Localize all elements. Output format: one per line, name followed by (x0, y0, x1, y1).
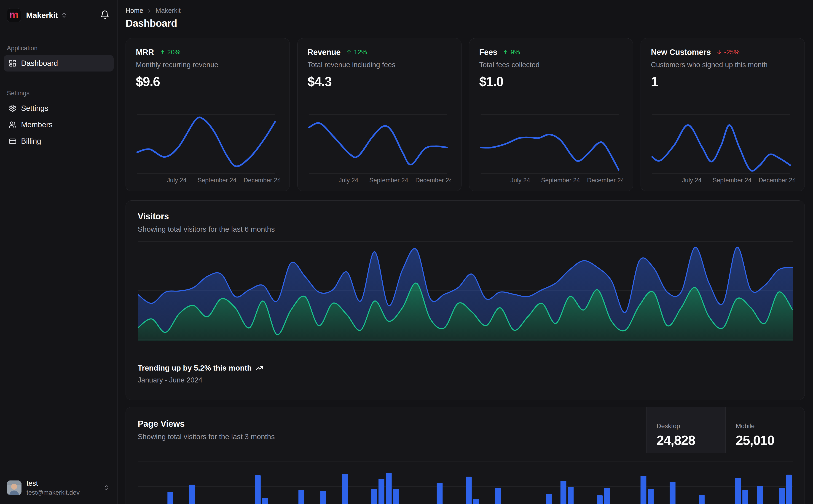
stat-description: Total revenue including fees (308, 61, 451, 69)
sidebar-item-settings[interactable]: Settings (4, 100, 114, 117)
notifications-bell-button[interactable] (100, 10, 109, 20)
sparkline-chart-revenue[interactable]: July 24September 24December 24 (308, 113, 451, 185)
svg-text:December 24: December 24 (244, 177, 280, 184)
gear-icon (9, 104, 16, 112)
user-name: test (27, 479, 103, 488)
sparkline-chart-new-customers[interactable]: July 24September 24December 24 (651, 113, 794, 185)
visitors-description: Showing total visitors for the last 6 mo… (138, 225, 793, 233)
arrow-up-icon (346, 49, 352, 55)
visitors-period: January - June 2024 (138, 376, 793, 384)
chevrons-up-down-icon (103, 485, 109, 491)
stat-description: Monthly recurring revenue (136, 61, 280, 69)
svg-text:December 24: December 24 (759, 177, 794, 184)
arrow-up-icon (159, 49, 165, 55)
main-content: Home Makerkit Dashboard MRR 20% Monthly … (117, 0, 813, 504)
nav-settings: Settings Members Billing (4, 100, 114, 149)
stat-title: Revenue (308, 48, 341, 57)
stat-cards-row: MRR 20% Monthly recurring revenue $9.6 J… (125, 38, 805, 191)
page-views-bar-chart[interactable] (126, 453, 805, 504)
breadcrumb-current: Makerkit (155, 7, 181, 14)
trending-up-icon (256, 364, 263, 372)
user-menu[interactable]: test test@makerkit.dev (0, 473, 117, 504)
stat-value: 1 (651, 74, 794, 89)
stat-change-badge: -25% (716, 48, 740, 56)
desktop-stat-toggle[interactable]: Desktop 24,828 (646, 407, 725, 453)
stat-title: New Customers (651, 48, 711, 57)
stat-change-badge: 12% (346, 48, 367, 56)
chevron-right-icon (146, 8, 152, 14)
arrow-up-icon (503, 49, 509, 55)
svg-text:July 24: July 24 (510, 177, 530, 184)
page-views-stats: Desktop 24,828 Mobile 25,010 (646, 407, 805, 453)
nav-section-label-application: Application (7, 45, 110, 52)
stat-description: Customers who signed up this month (651, 61, 794, 69)
sidebar: m Makerkit Application Dashboard Setting… (0, 0, 117, 504)
stat-description: Total fees collected (479, 61, 623, 69)
nav-section-label-settings: Settings (7, 90, 110, 97)
stat-card-revenue: Revenue 12% Total revenue including fees… (297, 38, 461, 191)
svg-text:December 24: December 24 (415, 177, 451, 184)
stat-title: MRR (136, 48, 154, 57)
users-icon (9, 121, 16, 129)
dashboard-icon (9, 59, 16, 67)
stat-card-new-customers: New Customers -25% Customers who signed … (641, 38, 805, 191)
stat-title: Fees (479, 48, 497, 57)
sparkline-chart-mrr[interactable]: July 24September 24December 24 (136, 113, 280, 185)
svg-text:July 24: July 24 (339, 177, 358, 184)
svg-text:September 24: September 24 (197, 177, 237, 184)
mobile-stat-toggle[interactable]: Mobile 25,010 (725, 407, 805, 453)
stat-value: $1.0 (479, 74, 623, 89)
bell-icon (100, 10, 109, 20)
credit-card-icon (9, 137, 16, 145)
arrow-down-icon (716, 49, 722, 55)
sidebar-item-billing[interactable]: Billing (4, 133, 114, 149)
user-email: test@makerkit.dev (27, 489, 103, 496)
page-views-description: Showing total visitors for the last 3 mo… (138, 432, 646, 441)
svg-text:July 24: July 24 (682, 177, 702, 184)
stat-card-mrr: MRR 20% Monthly recurring revenue $9.6 J… (125, 38, 290, 191)
avatar (7, 480, 21, 495)
sidebar-item-members[interactable]: Members (4, 117, 114, 133)
svg-text:September 24: September 24 (713, 177, 752, 184)
visitors-title: Visitors (138, 212, 793, 221)
breadcrumb: Home Makerkit (125, 7, 805, 14)
svg-text:December 24: December 24 (587, 177, 623, 184)
svg-text:September 24: September 24 (541, 177, 580, 184)
visitors-trend: Trending up by 5.2% this month (138, 364, 793, 372)
page-views-header: Page Views Showing total visitors for th… (126, 407, 805, 453)
svg-text:September 24: September 24 (369, 177, 408, 184)
page-title: Dashboard (125, 18, 805, 29)
page-views-title: Page Views (138, 419, 646, 429)
sparkline-chart-fees[interactable]: July 24September 24December 24 (479, 113, 623, 185)
visitors-area-chart[interactable] (138, 241, 793, 341)
visitors-card: Visitors Showing total visitors for the … (125, 200, 805, 400)
stat-card-fees: Fees 9% Total fees collected $1.0 July 2… (469, 38, 633, 191)
breadcrumb-home[interactable]: Home (125, 7, 143, 14)
workspace-name: Makerkit (26, 11, 58, 20)
stat-value: $9.6 (136, 74, 280, 89)
stat-change-badge: 9% (503, 48, 520, 56)
sidebar-item-dashboard[interactable]: Dashboard (4, 55, 114, 72)
makerkit-logo: m (7, 8, 21, 22)
stat-value: $4.3 (308, 74, 451, 89)
chevrons-up-down-icon (61, 12, 67, 19)
svg-text:July 24: July 24 (167, 177, 186, 184)
page-views-card: Page Views Showing total visitors for th… (125, 407, 805, 504)
nav-application: Dashboard (4, 55, 114, 72)
stat-change-badge: 20% (159, 48, 180, 56)
